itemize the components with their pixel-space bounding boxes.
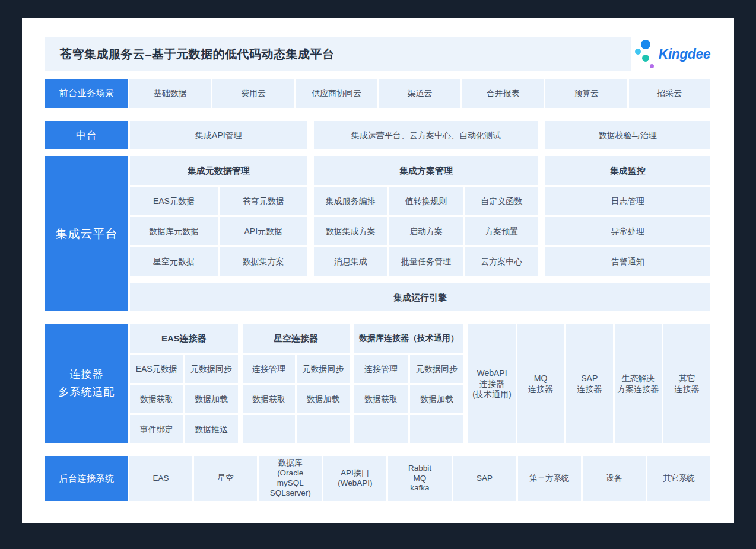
group-title-xingkong-connector: 星空连接器: [243, 324, 350, 353]
connector-cell-empty: [354, 415, 408, 443]
connector-cell: 数据加载: [185, 385, 237, 413]
backend-cell: API接口 (WebAPI): [323, 456, 386, 501]
middle-cell: 集成运营平台、云方案中心、自动化测试: [314, 121, 539, 149]
row-label-front-stage: 前台业务场景: [45, 79, 128, 108]
page-title: 苍穹集成服务云–基于元数据的低代码动态集成平台: [60, 46, 335, 62]
platform-cell: 云方案中心: [465, 247, 538, 276]
group-title-monitor: 集成监控: [545, 156, 710, 185]
platform-cell: 自定义函数: [465, 187, 538, 215]
platform-cell: EAS元数据: [130, 187, 218, 215]
connector-cell-empty: [410, 415, 464, 443]
backend-cell: 数据库 (Oracle mySQL SQLserver): [259, 456, 322, 501]
diagram-card: 苍穹集成服务云–基于元数据的低代码动态集成平台 Kingdee 前台业务场景 基…: [22, 18, 734, 523]
group-database-connector: 数据库连接器（技术通用） 连接管理 元数据同步 数据获取 数据加载: [354, 324, 464, 443]
middle-cell: 集成API管理: [130, 121, 307, 149]
logo-text: Kingdee: [659, 46, 710, 62]
backend-cell: 其它系统: [647, 456, 710, 501]
connector-cell: 数据获取: [130, 385, 183, 413]
backend-cell: 设备: [583, 456, 646, 501]
backend-cell: Rabbit MQ kafka: [388, 456, 451, 501]
connector-cell: 数据获取: [243, 385, 295, 413]
front-cell: 费用云: [212, 79, 294, 108]
connector-column-mq: MQ 连接器: [517, 324, 564, 443]
front-cell: 预算云: [545, 79, 627, 108]
connectors-content: EAS连接器 EAS元数据 元数据同步 数据获取 数据加载 事件绑定 数据推送 …: [130, 324, 710, 443]
logo-dot-cyan-icon: [635, 49, 641, 55]
connector-cell: 连接管理: [243, 355, 295, 383]
row-backend-systems: 后台连接系统 EAS 星空 数据库 (Oracle mySQL SQLserve…: [45, 456, 710, 501]
group-xingkong-connector: 星空连接器 连接管理 元数据同步 数据获取 数据加载: [243, 324, 350, 443]
front-cell: 招采云: [629, 79, 710, 108]
connector-column-sap: SAP 连接器: [566, 324, 613, 443]
platform-cell: 苍穹元数据: [220, 187, 307, 215]
connector-cell-empty: [297, 415, 349, 443]
platform-cell: 日志管理: [545, 187, 710, 215]
connector-cell: 元数据同步: [297, 355, 349, 383]
connector-cell: 数据推送: [185, 415, 237, 443]
front-cells: 基础数据 费用云 供应商协同云 渠道云 合并报表 预算云 招采云: [129, 79, 710, 108]
logo-dot-blue-icon: [641, 40, 650, 49]
connector-cell: 连接管理: [354, 355, 408, 383]
platform-cell: 数据库元数据: [130, 217, 218, 245]
connector-cell: 数据加载: [297, 385, 349, 413]
platform-content: 集成元数据管理 EAS元数据 苍穹元数据 数据库元数据 API元数据 星空元数据…: [130, 156, 710, 311]
connector-columns: WebAPI 连接器 (技术通用) MQ 连接器 SAP 连接器 生态解决 方案…: [468, 324, 710, 443]
middle-cell: 数据校验与治理: [545, 121, 710, 149]
row-label-middle-stage: 中台: [45, 121, 128, 149]
connector-cell: 数据加载: [410, 385, 464, 413]
platform-cell: API元数据: [220, 217, 307, 245]
group-title-eas-connector: EAS连接器: [130, 324, 238, 353]
group-title-database-connector: 数据库连接器（技术通用）: [354, 324, 464, 353]
backend-cell: EAS: [129, 456, 192, 501]
front-cell: 基础数据: [129, 79, 211, 108]
connector-cell: 事件绑定: [130, 415, 183, 443]
platform-cell: 集成服务编排: [314, 187, 387, 215]
connector-column-eco: 生态解决 方案连接器: [615, 324, 662, 443]
section-label-connectors: 连接器 多系统适配: [45, 324, 128, 443]
connector-column-webapi: WebAPI 连接器 (技术通用): [468, 324, 515, 443]
group-title-plan: 集成方案管理: [314, 156, 539, 185]
platform-cell: 启动方案: [389, 217, 463, 245]
connector-column-other: 其它 连接器: [663, 324, 710, 443]
group-integration-plan: 集成方案管理 集成服务编排 值转换规则 自定义函数 数据集成方案 启动方案 方案…: [314, 156, 539, 276]
front-cell: 合并报表: [462, 79, 544, 108]
platform-cell: 批量任务管理: [389, 247, 463, 276]
logo-dot-teal-icon: [642, 55, 649, 62]
backend-cells: EAS 星空 数据库 (Oracle mySQL SQLserver) API接…: [129, 456, 710, 501]
logo-dot-purple-icon: [650, 64, 654, 68]
kingdee-logo-icon: [634, 38, 656, 70]
group-title-metadata: 集成元数据管理: [130, 156, 307, 185]
integration-runtime-engine: 集成运行引擎: [130, 283, 710, 311]
connector-cell: 元数据同步: [410, 355, 464, 383]
group-eas-connector: EAS连接器 EAS元数据 元数据同步 数据获取 数据加载 事件绑定 数据推送: [130, 324, 238, 443]
title-box: 苍穹集成服务云–基于元数据的低代码动态集成平台: [45, 37, 631, 71]
row-middle-stage: 中台 集成API管理 集成运营平台、云方案中心、自动化测试 数据校验与治理: [45, 121, 710, 149]
platform-cell: 方案预置: [465, 217, 538, 245]
section-integration-cloud-platform: 集成云平台 集成元数据管理 EAS元数据 苍穹元数据 数据库元数据 API元数据…: [45, 156, 710, 311]
platform-cell: 消息集成: [314, 247, 387, 276]
platform-cell: 异常处理: [545, 217, 710, 245]
platform-groups: 集成元数据管理 EAS元数据 苍穹元数据 数据库元数据 API元数据 星空元数据…: [130, 156, 710, 276]
middle-cells: 集成API管理 集成运营平台、云方案中心、自动化测试 数据校验与治理: [130, 121, 710, 149]
platform-cell: 数据集成方案: [314, 217, 387, 245]
row-label-backend-systems: 后台连接系统: [45, 456, 128, 501]
section-connectors: 连接器 多系统适配 EAS连接器 EAS元数据 元数据同步 数据获取 数据加载 …: [45, 324, 710, 443]
backend-cell: SAP: [453, 456, 516, 501]
connector-cell: EAS元数据: [130, 355, 183, 383]
row-front-stage: 前台业务场景 基础数据 费用云 供应商协同云 渠道云 合并报表 预算云 招采云: [45, 79, 710, 108]
kingdee-logo: Kingdee: [631, 37, 710, 71]
platform-cell: 告警通知: [545, 247, 710, 276]
platform-cell: 数据集方案: [220, 247, 307, 276]
group-integration-monitor: 集成监控 日志管理 异常处理 告警通知: [545, 156, 710, 276]
backend-cell: 第三方系统: [518, 456, 581, 501]
group-integration-metadata: 集成元数据管理 EAS元数据 苍穹元数据 数据库元数据 API元数据 星空元数据…: [130, 156, 307, 276]
connector-cell-empty: [243, 415, 295, 443]
platform-cell: 星空元数据: [130, 247, 218, 276]
backend-cell: 星空: [194, 456, 257, 501]
section-label-integration-cloud-platform: 集成云平台: [45, 156, 128, 311]
header: 苍穹集成服务云–基于元数据的低代码动态集成平台 Kingdee: [45, 37, 710, 71]
connector-cell: 数据获取: [354, 385, 408, 413]
front-cell: 供应商协同云: [296, 79, 377, 108]
front-cell: 渠道云: [379, 79, 460, 108]
platform-cell: 值转换规则: [389, 187, 463, 215]
